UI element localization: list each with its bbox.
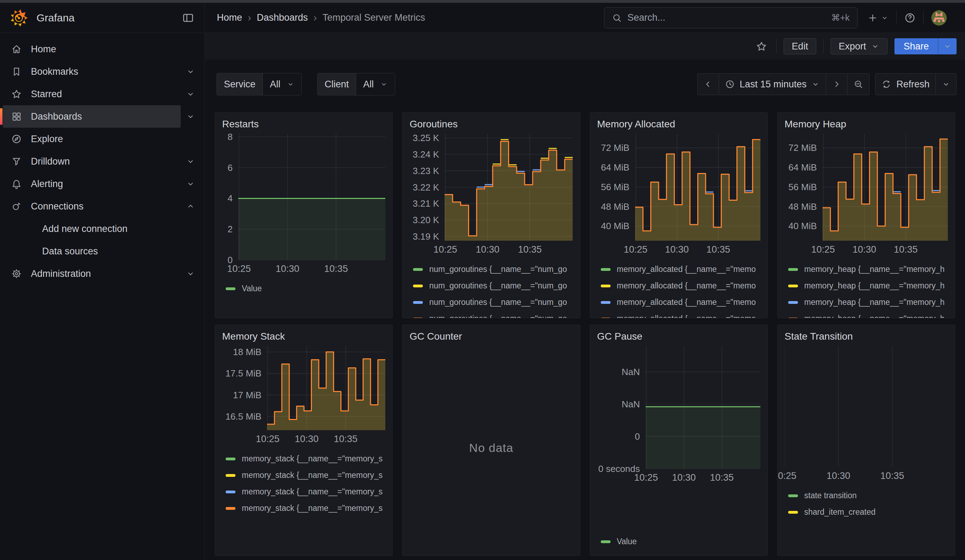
chevron-down-icon[interactable] bbox=[181, 152, 200, 171]
legend-series-label[interactable]: memory_heap {__name__="memory_h bbox=[804, 297, 945, 307]
chevron-up-icon[interactable] bbox=[181, 196, 200, 216]
x-tick-label: 10:25 bbox=[623, 244, 648, 255]
variable-service[interactable]: Service All bbox=[216, 73, 302, 95]
search-input[interactable]: Search... ⌘+k bbox=[604, 7, 858, 28]
add-button[interactable] bbox=[867, 13, 888, 23]
panel-title[interactable]: Memory Stack bbox=[222, 331, 385, 343]
y-tick-label: 72 MiB bbox=[788, 142, 817, 153]
y-tick-label: 2 bbox=[228, 224, 233, 235]
sidebar-link[interactable]: Home bbox=[3, 38, 200, 60]
sidebar-link[interactable]: Dashboards bbox=[3, 105, 181, 128]
y-tick-label: 72 MiB bbox=[601, 142, 630, 153]
legend-item: Value bbox=[226, 280, 385, 297]
chart-plot-area[interactable] bbox=[238, 134, 385, 260]
sidebar-link[interactable]: Bookmarks bbox=[3, 60, 181, 83]
time-forward-button[interactable] bbox=[826, 73, 847, 95]
export-button[interactable]: Export bbox=[831, 38, 887, 54]
legend-series-label[interactable]: Value bbox=[242, 284, 262, 293]
chevron-down-icon[interactable] bbox=[181, 62, 200, 82]
help-button[interactable] bbox=[904, 12, 916, 23]
y-tick-label: 16.5 MiB bbox=[225, 411, 262, 422]
chevron-down-icon[interactable] bbox=[181, 174, 200, 194]
share-button[interactable]: Share bbox=[895, 38, 938, 54]
template-variables: Service All Client All bbox=[216, 73, 395, 95]
sidebar-item-label: Dashboards bbox=[31, 111, 82, 122]
legend-series-label[interactable]: shard_item_created bbox=[804, 508, 875, 517]
panel-title[interactable]: Memory Allocated bbox=[597, 118, 761, 130]
legend-series-label[interactable]: num_goroutines {__name__="num_go bbox=[429, 264, 567, 274]
refresh-interval-button[interactable] bbox=[936, 73, 956, 95]
breadcrumb-item[interactable]: Dashboards bbox=[257, 12, 308, 23]
legend-series-dash bbox=[601, 284, 610, 287]
legend-series-label[interactable]: memory_allocated {__name__="memo bbox=[617, 297, 756, 307]
time-back-button[interactable] bbox=[698, 73, 719, 95]
chart-plot-area[interactable] bbox=[267, 346, 385, 430]
chart-plot-area[interactable] bbox=[823, 134, 948, 241]
panel-title[interactable]: Restarts bbox=[222, 118, 385, 130]
panel-title[interactable]: Goroutines bbox=[409, 118, 573, 130]
sidebar-link[interactable]: Administration bbox=[3, 263, 181, 285]
sidebar-link[interactable]: Data sources bbox=[3, 240, 200, 263]
legend-series-label[interactable]: memory_allocated {__name__="memo bbox=[617, 314, 756, 318]
gear-icon bbox=[11, 268, 22, 279]
variable-client[interactable]: Client All bbox=[317, 73, 395, 95]
legend-series-label[interactable]: memory_allocated {__name__="memo bbox=[617, 281, 756, 291]
sidebar-link[interactable]: Explore bbox=[3, 128, 200, 150]
legend-series-label[interactable]: memory_allocated {__name__="memo bbox=[617, 264, 756, 274]
divider bbox=[896, 11, 896, 25]
chart-plot-area[interactable] bbox=[635, 134, 761, 241]
legend-series-label[interactable]: memory_stack {__name__="memory_s bbox=[242, 487, 383, 496]
legend-series-label[interactable]: num_goroutines {__name__="num_go bbox=[429, 281, 567, 291]
legend-series-label[interactable]: Value bbox=[617, 537, 637, 546]
legend-series-label[interactable]: state transition bbox=[804, 491, 857, 500]
avatar[interactable] bbox=[931, 10, 947, 26]
edit-button[interactable]: Edit bbox=[783, 38, 816, 54]
refresh-button[interactable]: Refresh bbox=[875, 73, 936, 95]
legend-series-label[interactable]: memory_heap {__name__="memory_h bbox=[804, 314, 945, 318]
chevron-down-icon[interactable] bbox=[181, 264, 200, 284]
time-range-button[interactable]: Last 15 minutes bbox=[719, 73, 826, 95]
breadcrumb-item[interactable]: Home bbox=[217, 12, 242, 23]
dock-menu-toggle[interactable] bbox=[180, 11, 196, 24]
panel-title[interactable]: GC Pause bbox=[597, 331, 761, 343]
zoom-out-button[interactable] bbox=[847, 73, 869, 95]
chevron-down-icon[interactable] bbox=[181, 107, 200, 126]
variable-value[interactable]: All bbox=[263, 73, 301, 95]
sidebar-link[interactable]: Starred bbox=[3, 83, 181, 105]
chart-plot-area[interactable] bbox=[646, 346, 761, 469]
legend-series-label[interactable]: memory_heap {__name__="memory_h bbox=[804, 281, 945, 291]
legend-series-label[interactable]: memory_stack {__name__="memory_s bbox=[242, 503, 383, 513]
sidebar-link[interactable]: Connections bbox=[3, 195, 181, 217]
chevron-down-icon[interactable] bbox=[181, 84, 200, 104]
sidebar-item-label: Bookmarks bbox=[31, 66, 78, 77]
sidebar-item-add-new-connection: Add new connection bbox=[0, 217, 204, 240]
window-chrome-strip bbox=[0, 0, 965, 3]
sidebar-link[interactable]: Drilldown bbox=[3, 150, 181, 173]
question-circle-icon bbox=[904, 12, 916, 23]
panel-title[interactable]: Memory Heap bbox=[785, 118, 948, 130]
share-caret-button[interactable] bbox=[938, 38, 957, 54]
chevron-down-icon bbox=[380, 80, 388, 88]
legend-series-label[interactable]: memory_stack {__name__="memory_s bbox=[242, 470, 383, 480]
legend-item: num_goroutines {__name__="num_go bbox=[413, 261, 573, 278]
sidebar-link[interactable]: Add new connection bbox=[3, 217, 200, 240]
sidebar-item-alerting: Alerting bbox=[0, 173, 204, 195]
favorite-star-button[interactable] bbox=[754, 41, 769, 52]
legend-item: state transition bbox=[788, 487, 948, 504]
legend-series-label[interactable]: memory_stack {__name__="memory_s bbox=[242, 454, 383, 464]
x-tick-label: 10:30 bbox=[853, 244, 877, 255]
chart-plot-area[interactable] bbox=[445, 134, 573, 241]
chart-plot-area[interactable] bbox=[785, 346, 948, 467]
x-tick-label: 10:25 bbox=[227, 263, 251, 274]
app-body: HomeBookmarksStarredDashboardsExploreDri… bbox=[0, 33, 965, 560]
legend-series-label[interactable]: num_goroutines {__name__="num_go bbox=[429, 297, 567, 307]
sidebar-link[interactable]: Alerting bbox=[3, 173, 181, 195]
y-tick-label: 3.19 K bbox=[413, 231, 439, 242]
panel-title[interactable]: State Transition bbox=[785, 331, 948, 343]
x-tick-label: 10:25 bbox=[634, 472, 658, 483]
panel-title[interactable]: GC Counter bbox=[409, 331, 573, 343]
legend-series-label[interactable]: memory_heap {__name__="memory_h bbox=[804, 264, 945, 274]
variable-value[interactable]: All bbox=[356, 73, 395, 95]
y-tick-label: 40 MiB bbox=[788, 221, 817, 232]
legend-series-label[interactable]: num_goroutines {__name__="num_go bbox=[429, 314, 567, 318]
